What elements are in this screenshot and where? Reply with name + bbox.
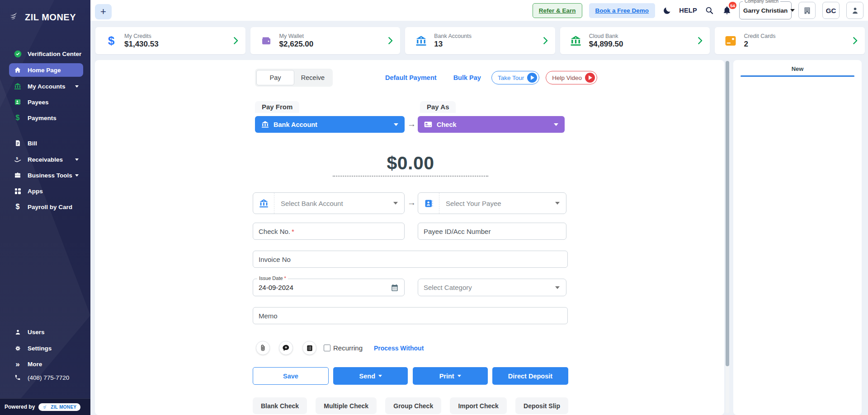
sidebar-item-payroll-by-card[interactable]: $ Payroll by Card: [9, 200, 83, 214]
briefcase-icon: [14, 172, 22, 179]
blank-check-button[interactable]: Blank Check: [253, 397, 307, 414]
stat-card-credit-cards[interactable]: Credit Cards 2: [715, 27, 865, 54]
new-transaction-button[interactable]: +: [95, 4, 112, 19]
recurring-checkbox[interactable]: Recurring: [324, 344, 363, 352]
amount-display[interactable]: $0.00: [253, 153, 568, 177]
import-check-button[interactable]: Import Check: [450, 397, 506, 414]
chevron-down-icon: [554, 123, 558, 126]
dark-mode-toggle[interactable]: [662, 5, 672, 16]
pay-from-dropdown[interactable]: Bank Account: [255, 116, 405, 133]
apps-grid-icon: [14, 188, 22, 194]
user-icon: [14, 329, 22, 336]
powered-brand-badge[interactable]: ZIL MONEY: [38, 403, 80, 411]
sidebar-item-payments[interactable]: $ Payments: [9, 111, 83, 125]
comment-plus-icon: [282, 344, 290, 352]
tab-pay[interactable]: Pay: [256, 70, 294, 85]
book-demo-button[interactable]: Book a Free Demo: [589, 3, 656, 18]
sidebar-item-payees[interactable]: Payees: [9, 95, 83, 109]
chevron-down-icon: [75, 85, 79, 88]
sidebar-item-receivables[interactable]: $ Receivables: [9, 153, 83, 166]
top-header: + Refer & Earn Book a Free Demo HELP 54 …: [90, 0, 868, 21]
chevron-down-icon: [393, 202, 398, 205]
sidebar-item-business-tools[interactable]: Business Tools: [9, 168, 83, 182]
stat-card-bank-accounts[interactable]: Bank Accounts 13: [405, 27, 555, 54]
contact-card-icon: [14, 98, 22, 106]
take-tour-button[interactable]: Take Tour: [491, 71, 539, 84]
send-label: Send: [359, 373, 375, 380]
search-button[interactable]: [704, 5, 715, 16]
attachment-button[interactable]: [256, 341, 270, 355]
card-label: My Wallet: [279, 33, 314, 39]
user-initials-button[interactable]: GC: [822, 2, 840, 19]
payment-panel: Pay Receive Default Payment Bulk Pay Tak…: [95, 60, 724, 415]
notifications-button[interactable]: 54: [722, 5, 732, 16]
select-bank-account-dropdown[interactable]: Select Bank Account: [253, 192, 405, 214]
chevron-right-icon: [543, 37, 548, 45]
pay-as-dropdown[interactable]: Check: [418, 116, 565, 133]
refer-earn-button[interactable]: Refer & Earn: [533, 3, 582, 18]
memo-field[interactable]: Memo: [253, 307, 568, 324]
stat-card-cloud-bank[interactable]: Cloud Bank $4,899.50: [560, 27, 710, 54]
chevron-right-icon: [388, 37, 393, 45]
deposit-slip-button[interactable]: Deposit Slip: [515, 397, 568, 414]
sidebar-item-my-accounts[interactable]: My Accounts: [9, 79, 83, 93]
sidebar-item-more[interactable]: » More: [9, 357, 83, 371]
direct-deposit-button[interactable]: Direct Deposit: [492, 367, 568, 385]
stat-card-my-wallet[interactable]: My Wallet $2,625.00: [250, 27, 401, 54]
required-asterisk: *: [292, 228, 294, 235]
comment-button[interactable]: [279, 341, 293, 355]
multiple-check-button[interactable]: Multiple Check: [316, 397, 377, 414]
powered-brand-name: ZIL MONEY: [51, 405, 76, 410]
tab-new-underline: [741, 75, 854, 77]
issue-date-field[interactable]: Issue Date* 24-09-2024: [253, 279, 405, 296]
dollar-icon: $: [14, 203, 22, 210]
help-video-button[interactable]: Help Video: [546, 71, 597, 84]
sidebar-item-phone[interactable]: (408) 775-7720: [9, 371, 83, 384]
check-circle-icon: [14, 50, 22, 58]
process-without-link[interactable]: Process Without: [374, 345, 424, 352]
wing-logo-icon: [42, 405, 49, 410]
tab-new[interactable]: New: [733, 65, 862, 72]
company-directory-button[interactable]: [798, 2, 816, 19]
amount-underline: [333, 176, 488, 177]
play-icon: [585, 73, 595, 83]
pay-as-label: Pay As: [420, 101, 456, 113]
sidebar-item-verification-center[interactable]: Verification Center: [9, 47, 83, 61]
pay-as-value: Check: [437, 121, 457, 128]
chevron-down-icon: [75, 159, 79, 161]
sidebar-item-users[interactable]: Users: [9, 325, 83, 339]
list-icon: [306, 345, 313, 352]
select-category-dropdown[interactable]: Select Category: [418, 279, 566, 296]
sidebar-item-home-page[interactable]: Home Page: [9, 63, 83, 77]
company-switch-dropdown[interactable]: Company Switch Garry Christian: [739, 1, 792, 19]
notes-button[interactable]: [302, 341, 316, 355]
scrollbar-thumb[interactable]: [726, 61, 729, 366]
vertical-scrollbar[interactable]: [726, 61, 729, 413]
tab-receive[interactable]: Receive: [294, 70, 331, 85]
print-button[interactable]: Print: [413, 367, 488, 385]
sidebar-item-settings[interactable]: Settings: [9, 341, 83, 355]
bulk-pay-link[interactable]: Bulk Pay: [453, 74, 481, 81]
sidebar-item-bill[interactable]: Bill: [9, 136, 83, 150]
card-label: Cloud Bank: [589, 33, 623, 39]
credit-card-icon: [724, 36, 737, 46]
group-check-button[interactable]: Group Check: [385, 397, 441, 414]
save-button[interactable]: Save: [253, 367, 329, 385]
stat-card-my-credits[interactable]: $ My Credits $1,430.53: [95, 27, 245, 54]
select-payee-dropdown[interactable]: Select Your Payee: [418, 192, 566, 214]
sidebar-item-apps[interactable]: Apps: [9, 184, 83, 198]
payee-id-field[interactable]: Payee ID/Acc Number: [418, 223, 566, 240]
wing-logo-icon: [9, 12, 21, 23]
send-button[interactable]: Send: [333, 367, 408, 385]
card-value: $2,625.00: [279, 40, 314, 49]
profile-button[interactable]: [846, 2, 863, 19]
company-name: Garry Christian: [743, 7, 788, 14]
bank-icon: [261, 121, 269, 128]
sidebar-item-label: (408) 775-7720: [28, 374, 69, 381]
default-payment-link[interactable]: Default Payment: [385, 74, 437, 81]
check-no-field[interactable]: Check No. *: [253, 223, 405, 240]
calendar-icon[interactable]: [391, 284, 399, 292]
invoice-no-field[interactable]: Invoice No: [253, 251, 568, 268]
amount-value: $0.00: [253, 153, 568, 174]
help-link[interactable]: HELP: [679, 7, 697, 14]
